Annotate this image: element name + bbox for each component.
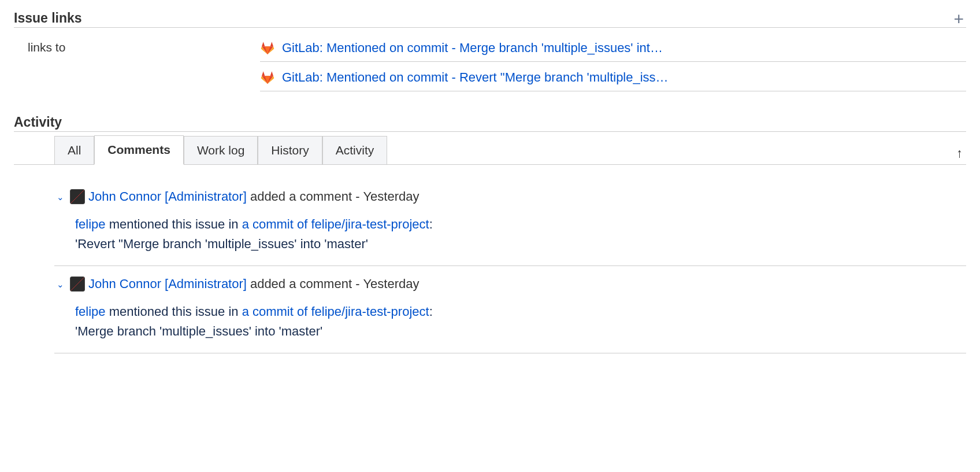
tab-all[interactable]: All: [54, 136, 94, 164]
avatar[interactable]: [70, 189, 85, 204]
comment-quote-text: 'Revert "Merge branch 'multiple_issues' …: [75, 237, 368, 251]
tab-comments[interactable]: Comments: [94, 135, 184, 165]
comment-action-text: added a comment -: [250, 276, 360, 292]
comment-timestamp: Yesterday: [363, 276, 419, 292]
activity-title: Activity: [14, 115, 62, 131]
activity-tabs: All Comments Work log History Activity ↑: [14, 135, 966, 165]
issue-links-title: Issue links: [14, 10, 82, 27]
comment-body-colon: :: [429, 217, 433, 231]
comment-timestamp: Yesterday: [363, 189, 419, 204]
comment-body-colon: :: [429, 304, 433, 319]
issue-link-row[interactable]: GitLab: Mentioned on commit - Merge bran…: [260, 32, 966, 62]
comment-header: ⌄ John Connor [Administrator] added a co…: [54, 276, 966, 292]
links-list: GitLab: Mentioned on commit - Merge bran…: [260, 32, 966, 91]
avatar[interactable]: [70, 276, 85, 292]
comment-body-text: mentioned this issue in: [106, 217, 242, 231]
mention-user-link[interactable]: felipe: [75, 304, 106, 319]
comments-list: ⌄ John Connor [Administrator] added a co…: [14, 165, 966, 353]
tab-worklog[interactable]: Work log: [184, 136, 258, 164]
comment-item: ⌄ John Connor [Administrator] added a co…: [54, 179, 966, 266]
gitlab-icon: [260, 71, 275, 84]
issue-link-row[interactable]: GitLab: Mentioned on commit - Revert "Me…: [260, 62, 966, 91]
add-link-icon[interactable]: +: [951, 13, 966, 25]
commit-link[interactable]: a commit of felipe/jira-test-project: [242, 217, 429, 231]
tab-activity[interactable]: Activity: [322, 136, 388, 164]
issue-link-text[interactable]: GitLab: Mentioned on commit - Revert "Me…: [282, 70, 669, 85]
comment-item: ⌄ John Connor [Administrator] added a co…: [54, 266, 966, 353]
issue-links-header: Issue links +: [14, 10, 966, 28]
comment-header: ⌄ John Connor [Administrator] added a co…: [54, 189, 966, 204]
collapse-icon[interactable]: ⌄: [54, 192, 66, 202]
collapse-icon[interactable]: ⌄: [54, 279, 66, 290]
gitlab-icon: [260, 41, 275, 55]
mention-user-link[interactable]: felipe: [75, 217, 106, 231]
comment-action-text: added a comment -: [250, 189, 360, 204]
comment-author-link[interactable]: John Connor [Administrator]: [88, 276, 247, 292]
comment-author-link[interactable]: John Connor [Administrator]: [88, 189, 247, 204]
scroll-top-icon[interactable]: ↑: [956, 146, 963, 161]
activity-header: Activity: [14, 115, 966, 132]
comment-quote-text: 'Merge branch 'multiple_issues' into 'ma…: [75, 324, 322, 338]
commit-link[interactable]: a commit of felipe/jira-test-project: [242, 304, 429, 319]
links-to-label: links to: [28, 32, 260, 91]
comment-body-text: mentioned this issue in: [106, 304, 242, 319]
issue-links-block: links to GitLab: Mentioned on commit - M…: [14, 32, 966, 91]
comment-body: felipe mentioned this issue in a commit …: [54, 302, 966, 341]
issue-link-text[interactable]: GitLab: Mentioned on commit - Merge bran…: [282, 40, 663, 56]
tab-history[interactable]: History: [258, 136, 322, 164]
comment-body: felipe mentioned this issue in a commit …: [54, 215, 966, 254]
